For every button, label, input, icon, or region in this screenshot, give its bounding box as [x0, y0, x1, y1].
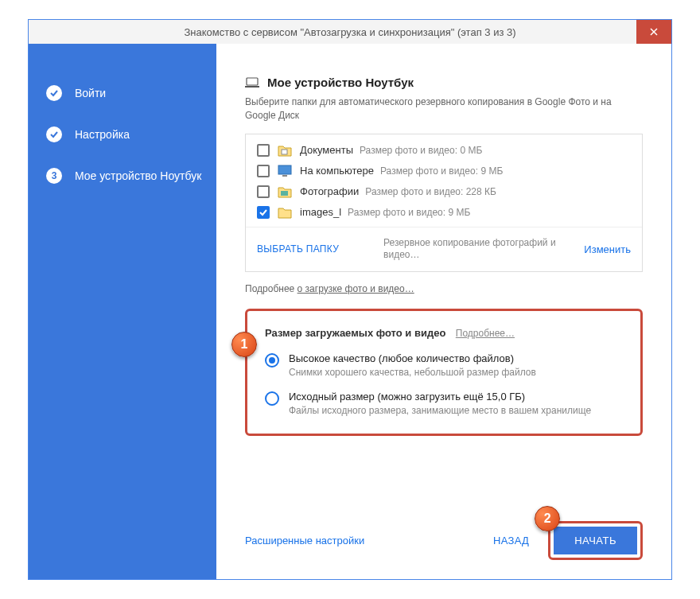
- radio-label: Высокое качество (любое количество файло…: [289, 352, 536, 364]
- folder-meta: Размер фото и видео: 228 КБ: [365, 186, 496, 197]
- main-panel: Мое устройство Ноутбук Выберите папки дл…: [216, 44, 671, 579]
- annotation-marker-2: 2: [535, 506, 560, 531]
- svg-rect-5: [281, 191, 288, 196]
- checkbox-checked[interactable]: [257, 206, 270, 219]
- svg-rect-1: [245, 86, 259, 88]
- radio-unselected-icon[interactable]: [265, 391, 279, 406]
- more-about: Подробнее о загрузке фото и видео…: [245, 283, 643, 294]
- titlebar: Знакомство с сервисом "Автозагрузка и си…: [29, 20, 671, 44]
- checkbox[interactable]: [257, 185, 270, 198]
- radio-label: Исходный размер (можно загрузить ещё 15,…: [289, 391, 591, 403]
- about-upload-link[interactable]: о загрузке фото и видео…: [298, 283, 414, 294]
- device-header: Мое устройство Ноутбук: [245, 76, 643, 89]
- device-subtitle: Выберите папки для автоматического резер…: [245, 95, 643, 123]
- sidebar-step-device: 3 Мое устройство Ноутбук: [46, 168, 216, 184]
- app-window: Знакомство с сервисом "Автозагрузка и си…: [28, 19, 672, 580]
- folder-row-documents[interactable]: Документы Размер фото и видео: 0 МБ: [257, 144, 631, 157]
- folder-photos-icon: [278, 185, 292, 198]
- footer: Расширенные настройки НАЗАД 2 НАЧАТЬ: [245, 505, 643, 560]
- change-link[interactable]: Изменить: [584, 243, 631, 255]
- svg-rect-2: [282, 150, 287, 154]
- radio-original-size[interactable]: Исходный размер (можно загрузить ещё 15,…: [265, 391, 623, 416]
- check-icon: [46, 85, 62, 101]
- folder-name: Фотографии: [300, 185, 359, 197]
- svg-rect-0: [247, 78, 258, 85]
- sidebar-step-label: Настройка: [75, 128, 130, 141]
- back-button[interactable]: НАЗАД: [493, 535, 529, 546]
- device-title: Мое устройство Ноутбук: [267, 76, 414, 89]
- radio-desc: Снимки хорошего качества, небольшой разм…: [289, 367, 536, 378]
- sidebar-step-label: Войти: [75, 87, 106, 99]
- radio-desc: Файлы исходного размера, занимающие мест…: [289, 405, 591, 416]
- advanced-settings-link[interactable]: Расширенные настройки: [245, 535, 364, 546]
- folder-meta: Размер фото и видео: 9 МБ: [380, 165, 503, 177]
- radio-selected-icon[interactable]: [265, 353, 279, 368]
- sidebar: Войти Настройка 3 Мое устройство Ноутбук: [29, 44, 216, 579]
- footer-right: НАЗАД 2 НАЧАТЬ: [493, 521, 643, 560]
- radio-high-quality[interactable]: Высокое качество (любое количество файло…: [265, 352, 623, 378]
- sidebar-step-login: Войти: [46, 85, 216, 101]
- window-body: Войти Настройка 3 Мое устройство Ноутбук…: [29, 44, 671, 579]
- checkbox[interactable]: [257, 165, 270, 177]
- desktop-icon: [278, 165, 292, 177]
- folder-name: Документы: [300, 144, 353, 156]
- svg-rect-4: [282, 175, 287, 177]
- choose-folder-button[interactable]: ВЫБРАТЬ ПАПКУ: [257, 243, 339, 255]
- upload-size-more-link[interactable]: Подробнее…: [456, 328, 515, 339]
- check-icon: [46, 126, 62, 142]
- folder-docs-icon: [278, 144, 292, 157]
- folder-row-photos[interactable]: Фотографии Размер фото и видео: 228 КБ: [257, 185, 631, 198]
- start-button-highlight: 2 НАЧАТЬ: [548, 521, 643, 560]
- sidebar-step-label: Мое устройство Ноутбук: [75, 169, 201, 182]
- start-button[interactable]: НАЧАТЬ: [554, 527, 637, 554]
- annotation-marker-1: 1: [231, 332, 257, 357]
- svg-rect-3: [278, 165, 291, 174]
- folder-icon: [278, 206, 292, 219]
- checkbox[interactable]: [257, 144, 270, 157]
- folder-name: На компьютере: [300, 165, 374, 177]
- folder-row-images[interactable]: images_l Размер фото и видео: 9 МБ: [257, 206, 631, 219]
- backup-note: Резервное копирование фотографий и видео…: [383, 237, 584, 262]
- folder-row-desktop[interactable]: На компьютере Размер фото и видео: 9 МБ: [257, 165, 631, 177]
- close-icon: [650, 28, 658, 36]
- close-button[interactable]: [636, 20, 671, 44]
- folder-name: images_l: [300, 206, 341, 218]
- laptop-icon: [245, 77, 259, 88]
- step-number-icon: 3: [46, 168, 62, 184]
- folder-actions: ВЫБРАТЬ ПАПКУ Резервное копирование фото…: [246, 227, 642, 271]
- upload-size-section: 1 Размер загружаемых фото и видео Подроб…: [245, 309, 643, 436]
- window-title: Знакомство с сервисом "Автозагрузка и си…: [184, 26, 515, 38]
- folder-meta: Размер фото и видео: 0 МБ: [360, 145, 482, 156]
- folder-meta: Размер фото и видео: 9 МБ: [348, 207, 470, 218]
- folder-list: Документы Размер фото и видео: 0 МБ На к…: [245, 134, 643, 272]
- upload-size-title: Размер загружаемых фото и видео: [265, 327, 445, 339]
- sidebar-step-setup: Настройка: [46, 126, 216, 142]
